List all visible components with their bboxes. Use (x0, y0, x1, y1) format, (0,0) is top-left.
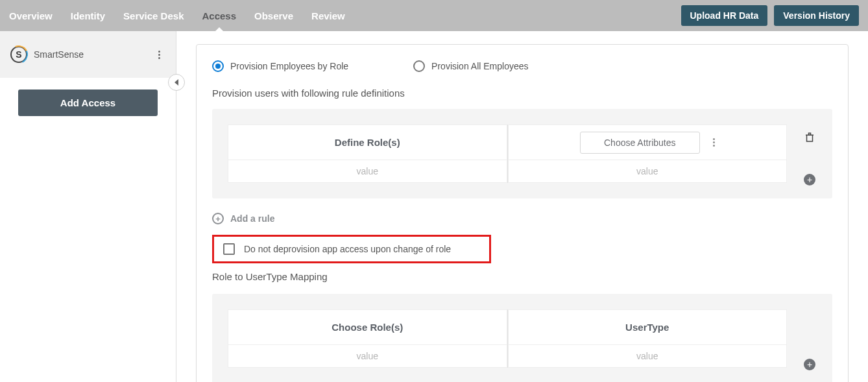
app-name: SmartSense (34, 49, 152, 60)
role-usertype-box: Choose Role(s) value UserType value + (212, 294, 832, 382)
deprovision-label: Do not deprovision app access upon chang… (244, 244, 451, 254)
add-row-icon[interactable]: + (804, 174, 815, 185)
define-roles-value-cell[interactable]: value (228, 160, 507, 183)
top-nav: Overview Identity Service Desk Access Ob… (0, 0, 868, 31)
sidebar-header: S SmartSense (0, 31, 176, 78)
add-access-button[interactable]: Add Access (18, 90, 158, 116)
provision-mode-radios: Provision Employees by Role Provision Al… (212, 60, 832, 72)
usertype-value-cell[interactable]: value (508, 344, 788, 368)
radio-by-role-label: Provision Employees by Role (230, 61, 348, 71)
sidebar-more-icon[interactable] (152, 48, 165, 61)
upload-hr-button[interactable]: Upload HR Data (681, 5, 768, 26)
add-rule-button[interactable]: + Add a rule (212, 213, 832, 224)
sidebar: S SmartSense Add Access (0, 31, 176, 382)
choose-roles-header: Choose Role(s) (332, 322, 403, 333)
plus-circle-icon: + (212, 213, 224, 224)
tab-overview[interactable]: Overview (9, 10, 53, 21)
app-logo-icon: S (10, 46, 27, 63)
collapse-sidebar-button[interactable] (168, 74, 185, 91)
radio-all-label: Provision All Employees (431, 61, 528, 71)
radio-provision-by-role[interactable]: Provision Employees by Role (212, 60, 348, 72)
tab-service-desk[interactable]: Service Desk (123, 10, 184, 21)
main-content: Provision Employees by Role Provision Al… (176, 31, 868, 382)
usertype-header: UserType (625, 322, 669, 333)
tab-review[interactable]: Review (311, 10, 345, 21)
choose-roles-value-cell[interactable]: value (228, 344, 507, 368)
radio-provision-all[interactable]: Provision All Employees (413, 60, 528, 72)
deprovision-option-highlight: Do not deprovision app access upon chang… (212, 235, 491, 263)
rule-definition-box: Define Role(s) value Choose Attributes v… (212, 109, 832, 198)
tab-identity[interactable]: Identity (71, 10, 105, 21)
nav-tabs: Overview Identity Service Desk Access Ob… (9, 10, 345, 21)
attributes-value-cell[interactable]: value (508, 160, 788, 183)
top-actions: Upload HR Data Version History (681, 5, 860, 26)
tab-access[interactable]: Access (202, 10, 236, 21)
rule-more-icon[interactable] (713, 138, 715, 147)
chevron-left-icon (175, 79, 178, 86)
define-roles-header: Define Role(s) (335, 137, 400, 148)
rule-intro-text: Provision users with following rule defi… (212, 88, 832, 99)
add-rule-label: Add a rule (230, 213, 274, 224)
delete-rule-icon[interactable] (804, 131, 815, 147)
add-mapping-row-icon[interactable]: + (804, 359, 815, 370)
version-history-button[interactable]: Version History (774, 5, 859, 26)
role-usertype-heading: Role to UserType Mapping (212, 271, 832, 282)
access-panel: Provision Employees by Role Provision Al… (196, 44, 849, 382)
choose-attributes-button[interactable]: Choose Attributes (580, 132, 700, 154)
deprovision-checkbox[interactable] (223, 243, 235, 255)
tab-observe[interactable]: Observe (254, 10, 293, 21)
